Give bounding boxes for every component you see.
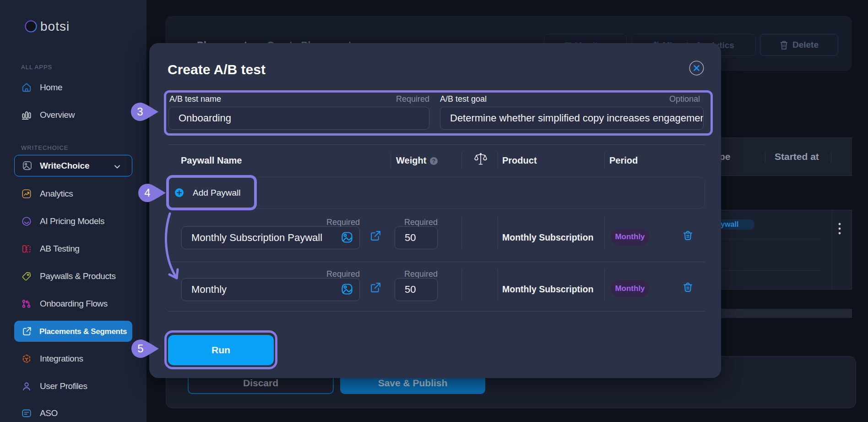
- svg-text:?: ?: [432, 158, 435, 164]
